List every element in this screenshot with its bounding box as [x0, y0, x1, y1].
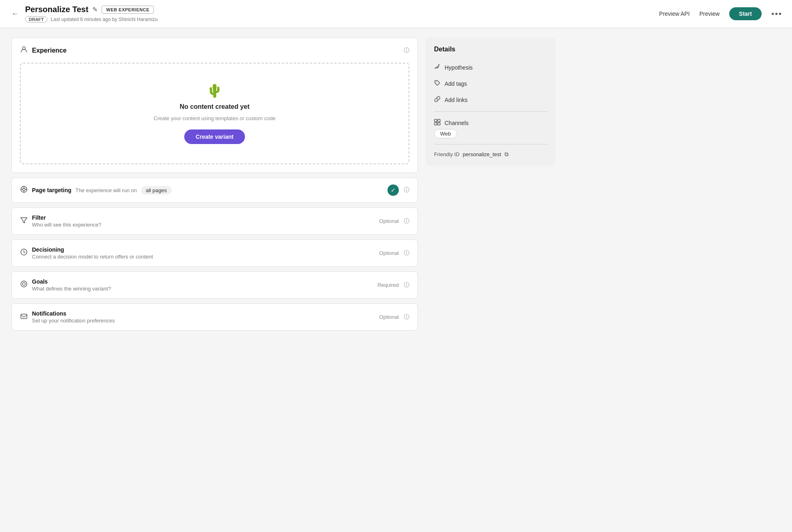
- notifications-description: Set up your notification preferences: [32, 318, 115, 324]
- goals-icon: [20, 280, 28, 290]
- notifications-card: Notifications Set up your notification p…: [11, 303, 418, 331]
- decisioning-card: Decisioning Connect a decision model to …: [11, 240, 418, 267]
- friendly-id-key: Friendly ID: [434, 151, 460, 157]
- goals-title: Goals: [32, 278, 111, 285]
- experience-title: Experience: [32, 47, 66, 54]
- back-button[interactable]: ←: [10, 8, 20, 20]
- channels-section: Channels Web: [434, 115, 547, 141]
- filter-row: Filter Who will see this experience? Opt…: [12, 208, 417, 234]
- tags-icon: [434, 80, 441, 88]
- page-targeting-right: ✓ ⓘ: [387, 184, 409, 196]
- add-links-label: Add links: [445, 97, 468, 103]
- hypothesis-icon: [434, 64, 441, 72]
- svg-point-11: [436, 82, 437, 83]
- header: ← Personalize Test ✎ WEB EXPERIENCE DRAF…: [0, 0, 792, 28]
- edit-icon[interactable]: ✎: [92, 6, 98, 13]
- experience-empty-state: 🌵 No content created yet Create your con…: [20, 63, 409, 164]
- page-targeting-info-icon[interactable]: ⓘ: [404, 187, 409, 194]
- filter-info-icon[interactable]: ⓘ: [404, 218, 409, 225]
- goals-description: What defines the winning variant?: [32, 286, 111, 292]
- svg-point-9: [23, 283, 26, 286]
- filter-right: Optional ⓘ: [379, 218, 409, 225]
- channels-label-row: Channels: [434, 119, 547, 127]
- channels-icon: [434, 119, 441, 127]
- filter-content: Filter Who will see this experience?: [32, 214, 101, 228]
- left-column: Experience ⓘ 🌵 No content created yet Cr…: [11, 38, 418, 331]
- all-pages-badge: all pages: [141, 186, 172, 195]
- web-experience-badge: WEB EXPERIENCE: [102, 6, 154, 14]
- svg-rect-10: [21, 314, 27, 319]
- svg-rect-13: [438, 119, 440, 122]
- add-tags-item[interactable]: Add tags: [434, 76, 547, 92]
- preview-api-button[interactable]: Preview API: [659, 11, 690, 17]
- experience-section-header: Experience ⓘ: [12, 38, 417, 63]
- friendly-id-row: Friendly ID personalize_test ⧉: [434, 148, 547, 158]
- goals-status: Required: [377, 282, 399, 288]
- preview-button[interactable]: Preview: [699, 11, 720, 17]
- filter-icon: [20, 216, 28, 226]
- details-panel: Details Hypothesis: [426, 38, 556, 166]
- copy-icon[interactable]: ⧉: [505, 151, 509, 158]
- header-right: Preview API Preview Start •••: [659, 7, 782, 20]
- goals-content: Goals What defines the winning variant?: [32, 278, 111, 292]
- start-button[interactable]: Start: [729, 7, 762, 20]
- page-targeting-description: The experience will run on: [75, 187, 137, 193]
- experience-card: Experience ⓘ 🌵 No content created yet Cr…: [11, 38, 418, 173]
- header-left: ← Personalize Test ✎ WEB EXPERIENCE DRAF…: [10, 5, 659, 23]
- notifications-info-icon[interactable]: ⓘ: [404, 314, 409, 321]
- experience-info-icon[interactable]: ⓘ: [404, 47, 409, 54]
- friendly-id-value: personalize_test: [463, 151, 501, 157]
- svg-rect-14: [434, 123, 437, 125]
- notifications-status: Optional: [379, 314, 399, 320]
- details-title: Details: [434, 46, 547, 53]
- decisioning-content: Decisioning Connect a decision model to …: [32, 246, 153, 260]
- svg-point-8: [21, 281, 27, 287]
- page-targeting-card: Page targeting The experience will run o…: [11, 178, 418, 203]
- filter-title: Filter: [32, 214, 101, 221]
- cactus-icon: 🌵: [207, 83, 223, 98]
- details-divider: [434, 111, 547, 112]
- notifications-row: Notifications Set up your notification p…: [12, 304, 417, 330]
- add-tags-label: Add tags: [445, 81, 467, 87]
- add-links-item[interactable]: Add links: [434, 92, 547, 108]
- empty-state-subtitle: Create your content using templates or c…: [153, 115, 275, 121]
- empty-state-title: No content created yet: [180, 103, 249, 110]
- filter-description: Who will see this experience?: [32, 222, 101, 228]
- channels-title: Channels: [445, 120, 468, 126]
- details-divider-2: [434, 144, 547, 144]
- create-variant-button[interactable]: Create variant: [184, 129, 245, 144]
- notifications-icon: [20, 312, 28, 322]
- main-layout: Experience ⓘ 🌵 No content created yet Cr…: [0, 28, 567, 340]
- web-channel-badge: Web: [434, 129, 457, 138]
- right-column: Details Hypothesis: [426, 38, 556, 331]
- page-targeting-check-icon: ✓: [387, 184, 399, 196]
- notifications-title: Notifications: [32, 310, 115, 317]
- svg-rect-12: [434, 119, 437, 122]
- svg-point-2: [23, 188, 25, 191]
- page-title: Personalize Test: [25, 5, 88, 14]
- decisioning-info-icon[interactable]: ⓘ: [404, 250, 409, 257]
- links-icon: [434, 96, 441, 104]
- last-updated-text: Last updated 6 minutes ago by Shinichi H…: [51, 17, 158, 22]
- hypothesis-item[interactable]: Hypothesis: [434, 59, 547, 76]
- goals-row: Goals What defines the winning variant? …: [12, 272, 417, 298]
- header-top-row: Personalize Test ✎ WEB EXPERIENCE: [25, 5, 158, 14]
- page-targeting-icon: [20, 185, 28, 195]
- decisioning-title: Decisioning: [32, 246, 153, 253]
- goals-right: Required ⓘ: [377, 282, 409, 289]
- decisioning-status: Optional: [379, 250, 399, 256]
- notifications-content: Notifications Set up your notification p…: [32, 310, 115, 324]
- page-targeting-title: Page targeting: [32, 187, 71, 193]
- goals-info-icon[interactable]: ⓘ: [404, 282, 409, 289]
- filter-status: Optional: [379, 218, 399, 224]
- experience-icon: [20, 45, 28, 55]
- draft-badge: DRAFT: [25, 16, 47, 23]
- filter-card: Filter Who will see this experience? Opt…: [11, 208, 418, 235]
- hypothesis-label: Hypothesis: [445, 64, 473, 71]
- more-options-button[interactable]: •••: [771, 9, 782, 19]
- decisioning-icon: [20, 248, 28, 258]
- header-title-wrap: Personalize Test ✎ WEB EXPERIENCE DRAFT …: [25, 5, 158, 23]
- decisioning-row: Decisioning Connect a decision model to …: [12, 240, 417, 266]
- decisioning-description: Connect a decision model to return offer…: [32, 254, 153, 260]
- header-sub: DRAFT Last updated 6 minutes ago by Shin…: [25, 16, 158, 23]
